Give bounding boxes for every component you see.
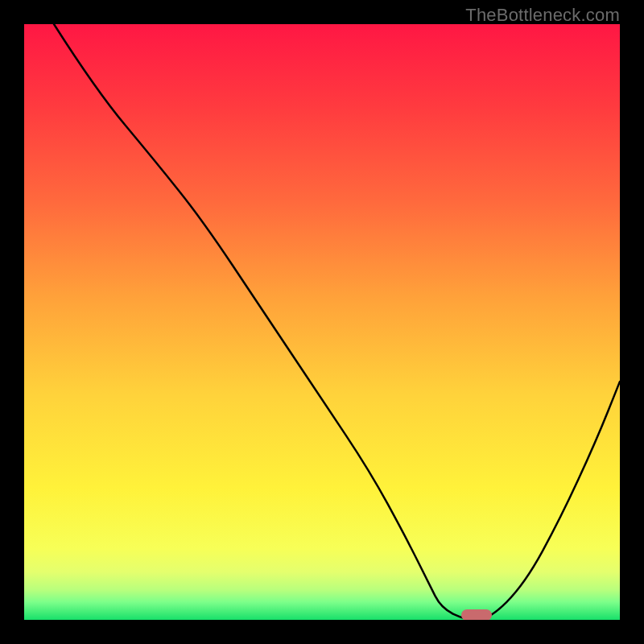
chart-frame: TheBottleneck.com [0, 0, 644, 644]
optimal-point-marker [461, 609, 492, 620]
watermark-text: TheBottleneck.com [465, 5, 620, 26]
plot-area [24, 24, 620, 620]
bottleneck-curve [24, 24, 620, 620]
